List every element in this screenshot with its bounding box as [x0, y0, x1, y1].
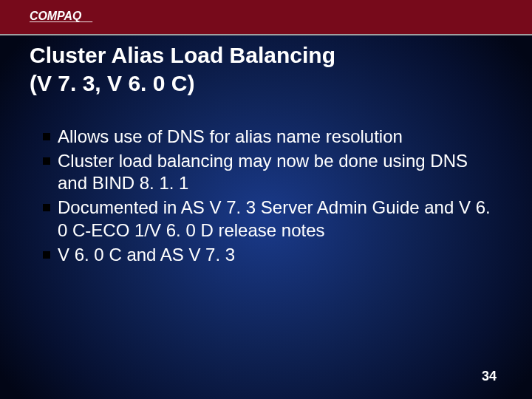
bullet-item: Cluster load balancing may now be done u…	[43, 150, 495, 195]
bullet-text: Documented in AS V 7. 3 Server Admin Gui…	[58, 197, 495, 242]
bullet-text: Allows use of DNS for alias name resolut…	[58, 126, 495, 149]
compaq-logo-icon: COMPAQ	[30, 8, 126, 24]
title-line-2: (V 7. 3, V 6. 0 C)	[30, 69, 502, 98]
bullet-text: V 6. 0 C and AS V 7. 3	[58, 244, 495, 267]
bullet-square-icon	[43, 133, 50, 140]
slide-title: Cluster Alias Load Balancing (V 7. 3, V …	[30, 41, 502, 97]
bullet-item: Documented in AS V 7. 3 Server Admin Gui…	[43, 197, 495, 242]
title-line-1: Cluster Alias Load Balancing	[30, 41, 502, 69]
svg-rect-1	[30, 21, 92, 22]
bullet-square-icon	[43, 251, 50, 259]
bullet-text: Cluster load balancing may now be done u…	[58, 150, 495, 195]
bullet-square-icon	[43, 204, 50, 211]
bullet-item: V 6. 0 C and AS V 7. 3	[43, 244, 495, 267]
bullet-list: Allows use of DNS for alias name resolut…	[43, 126, 495, 267]
bullet-item: Allows use of DNS for alias name resolut…	[43, 126, 495, 149]
slide: COMPAQ Cluster Alias Load Balancing (V 7…	[0, 0, 532, 399]
header-underline	[0, 34, 532, 35]
page-number: 34	[482, 369, 497, 384]
bullet-square-icon	[43, 157, 50, 165]
svg-text:COMPAQ: COMPAQ	[30, 10, 82, 22]
compaq-logo: COMPAQ	[30, 7, 126, 25]
